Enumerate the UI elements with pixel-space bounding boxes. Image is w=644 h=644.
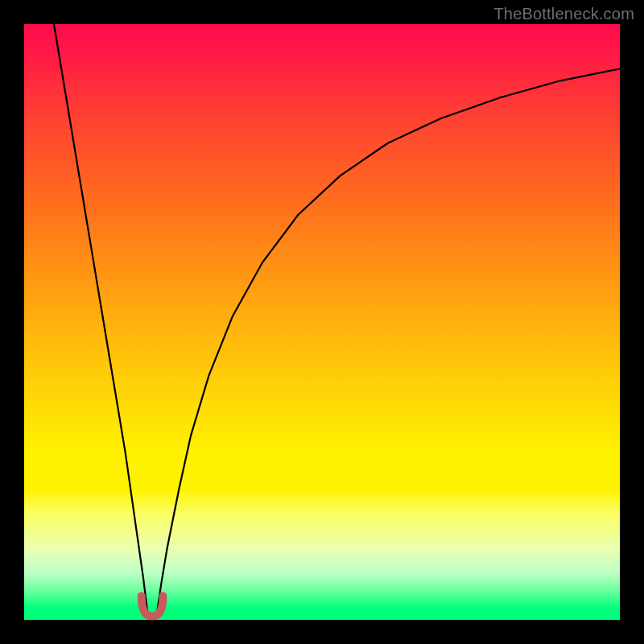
chart-frame: TheBottleneck.com (0, 0, 644, 644)
chart-svg (0, 0, 644, 644)
curve-left-branch (54, 24, 148, 617)
u-shape-marker (142, 596, 163, 616)
curve-right-branch (156, 69, 620, 617)
watermark-text: TheBottleneck.com (493, 5, 634, 23)
